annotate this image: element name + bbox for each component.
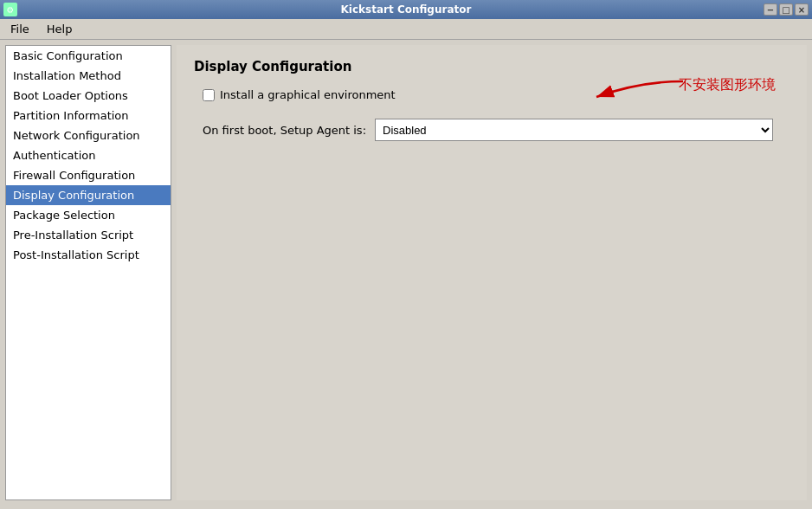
sidebar-item-authentication[interactable]: Authentication <box>6 145 171 165</box>
sidebar-item-display-configuration[interactable]: Display Configuration <box>6 185 171 205</box>
minimize-button[interactable]: − <box>764 3 777 16</box>
close-button[interactable]: × <box>795 3 809 16</box>
sidebar-item-package-selection[interactable]: Package Selection <box>6 205 171 225</box>
annotation-text: 不安装图形环境 <box>679 76 776 94</box>
main-window: Basic Configuration Installation Method … <box>0 40 812 506</box>
sidebar-item-network-configuration[interactable]: Network Configuration <box>6 126 171 145</box>
sidebar-item-boot-loader-options[interactable]: Boot Loader Options <box>6 86 171 106</box>
title-bar-left: ⚙ <box>3 3 17 16</box>
title-bar: ⚙ Kickstart Configurator − □ × <box>0 0 812 19</box>
setup-agent-label: On first boot, Setup Agent is: <box>203 124 366 137</box>
sidebar-item-pre-installation-script[interactable]: Pre-Installation Script <box>6 225 171 245</box>
setup-agent-row: On first boot, Setup Agent is: Disabled … <box>203 119 789 141</box>
window-controls: − □ × <box>764 3 809 16</box>
setup-agent-select[interactable]: Disabled Enabled Enabled (Reconfigured) <box>375 119 773 141</box>
menu-bar: File Help <box>0 19 812 40</box>
menu-file[interactable]: File <box>3 21 36 37</box>
graphical-env-checkbox[interactable] <box>203 89 215 101</box>
sidebar: Basic Configuration Installation Method … <box>5 45 171 500</box>
window-title: Kickstart Configurator <box>341 3 472 16</box>
content-area: Display Configuration Install a graphica… <box>177 45 807 500</box>
sidebar-item-basic-configuration[interactable]: Basic Configuration <box>6 46 171 66</box>
sidebar-item-firewall-configuration[interactable]: Firewall Configuration <box>6 165 171 185</box>
graphical-env-label: Install a graphical environment <box>220 88 396 101</box>
sidebar-item-installation-method[interactable]: Installation Method <box>6 66 171 86</box>
menu-help[interactable]: Help <box>40 21 80 37</box>
app-icon: ⚙ <box>3 3 17 16</box>
sidebar-item-post-installation-script[interactable]: Post-Installation Script <box>6 245 171 265</box>
sidebar-item-partition-information[interactable]: Partition Information <box>6 106 171 126</box>
restore-button[interactable]: □ <box>779 3 793 16</box>
section-title: Display Configuration <box>194 59 789 74</box>
